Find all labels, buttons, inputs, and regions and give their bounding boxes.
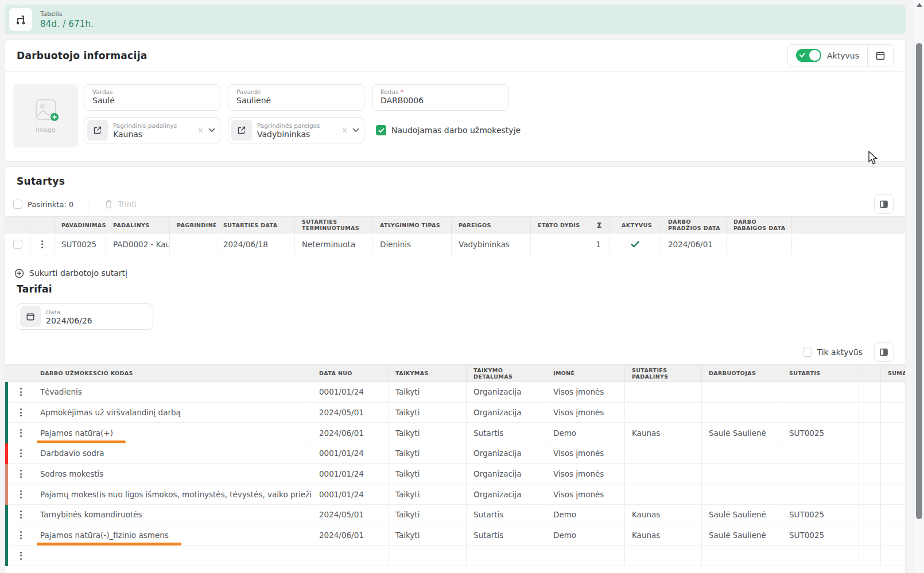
create-contract-link[interactable]: Sukurti darbotojo sutartį (14, 267, 894, 279)
employee-photo-upload[interactable]: Image (13, 84, 78, 147)
external-link-icon[interactable] (231, 120, 252, 141)
tariff-date-field[interactable]: Data 2024/06/26 (17, 303, 153, 330)
main-unit-select[interactable]: Pagrindinis padalinys Kaunas ✕ (84, 117, 220, 143)
tariff-row[interactable]: Pajamų mokestis nuo ligos išmokos, motin… (5, 484, 905, 505)
column-header[interactable]: DARBO PABAIGOS DATA (727, 217, 792, 233)
column-header[interactable]: DARBUOTOJAS (702, 365, 782, 381)
external-link-icon[interactable] (87, 120, 108, 141)
tariff-contract-unit (625, 382, 702, 402)
row-menu-icon[interactable] (18, 385, 24, 398)
tariff-row[interactable]: Sodros mokestis 0001/01/24 Taikyti Organ… (5, 464, 905, 485)
tariff-application: Taikyti (389, 382, 467, 402)
tariff-date-from: 0001/01/24 (312, 464, 389, 484)
contract-fte: 1 (531, 233, 609, 255)
tariff-contract (782, 382, 859, 402)
tariff-contract-unit: Kaunas (625, 505, 702, 525)
first-name-field[interactable]: Vardas Saulė (84, 84, 220, 111)
tariff-detail: Organizacija (467, 443, 546, 463)
row-menu-icon[interactable] (39, 238, 45, 251)
column-header[interactable]: DARBO PRADŽIOS DATA (661, 217, 727, 233)
column-header[interactable]: ATLYGINIMO TIPAS (373, 217, 452, 233)
toggle-switch[interactable] (796, 49, 821, 62)
payroll-checkbox-label: Naudojamas darbo užmokestyje (391, 126, 521, 135)
tariff-row[interactable]: Tėvadienis 0001/01/24 Taikyti Organizaci… (5, 382, 905, 403)
code-field[interactable]: Kodas * DARB0006 (372, 84, 508, 111)
column-settings-button[interactable] (874, 194, 894, 214)
column-header[interactable]: AKTYVUS (609, 217, 661, 233)
tariff-application: Taikyti (389, 423, 467, 443)
tariffs-controls: Tik aktyvūs (5, 342, 905, 362)
scroll-up-arrow-icon[interactable] (917, 3, 922, 7)
scrollbar[interactable] (914, 0, 924, 573)
columns-icon (879, 200, 888, 209)
tariff-row[interactable]: Apmokėjimas už viršvalandinį darbą 2024/… (5, 403, 905, 423)
tariff-application: Taikyti (389, 403, 467, 423)
main-position-label: Pagrindinės pareigos (257, 122, 339, 129)
column-header[interactable]: SUTARTIS (782, 365, 859, 381)
column-header[interactable]: PADALINYS (106, 217, 170, 233)
column-header[interactable]: ĮMONĖ (546, 365, 625, 381)
chevron-down-icon[interactable] (208, 128, 215, 132)
scrollbar-thumb[interactable] (916, 43, 922, 519)
contract-term-type: Neterminuota (295, 233, 373, 255)
checked-checkbox-icon[interactable] (376, 125, 386, 135)
tariff-row[interactable] (5, 546, 905, 567)
chevron-down-icon[interactable] (352, 128, 359, 132)
status-stripe (5, 525, 8, 545)
row-checkbox[interactable] (13, 240, 22, 249)
column-header[interactable]: TAIKYMO DETALUMAS (467, 365, 546, 381)
row-menu-icon[interactable] (18, 549, 24, 562)
tariff-contract-unit (625, 403, 702, 423)
timesheet-icon[interactable] (9, 8, 32, 31)
calendar-icon[interactable] (20, 306, 41, 327)
tariff-row[interactable]: Tarnybinės komandiruotės 2024/05/01 Taik… (5, 505, 905, 525)
row-menu-icon[interactable] (18, 406, 24, 419)
column-header[interactable]: PAVADINIMAS (55, 217, 106, 233)
row-menu-icon[interactable] (18, 508, 24, 521)
column-header[interactable]: SUTARTIES DATA (216, 217, 295, 233)
status-stripe (5, 443, 8, 463)
tariff-sum (881, 382, 905, 402)
row-menu-icon[interactable] (18, 447, 24, 459)
active-toggle[interactable]: Aktyvus (788, 49, 867, 62)
plus-circle-icon (14, 268, 24, 278)
row-menu-icon[interactable] (18, 427, 24, 439)
tariff-date-value: 2024/06/26 (46, 316, 148, 325)
tariff-row[interactable]: Darbdavio sodra 0001/01/24 Taikyti Organ… (5, 443, 905, 464)
column-header[interactable]: DARBO UŽMOKESČIO KODAS (37, 365, 312, 381)
contracts-section-title: Sutartys (5, 175, 905, 188)
tariff-code: Darbdavio sodra (40, 449, 104, 458)
row-menu-icon[interactable] (18, 488, 24, 501)
tariff-row[interactable]: Pajamos natūra(-)_fizinio asmens 2024/06… (5, 525, 905, 546)
last-name-field[interactable]: Pavardė Saulienė (228, 84, 364, 111)
column-header[interactable]: SUMA (881, 365, 905, 381)
employee-section-title: Darbuotojo informacija (17, 50, 147, 61)
clear-icon[interactable]: ✕ (339, 126, 350, 135)
select-all-checkbox[interactable] (13, 200, 22, 209)
divider (88, 196, 88, 213)
row-menu-icon[interactable] (18, 467, 24, 480)
main-unit-value: Kaunas (113, 130, 195, 139)
clear-icon[interactable]: ✕ (195, 126, 206, 135)
tariff-code: Apmokėjimas už viršvalandinį darbą (40, 408, 181, 417)
calendar-icon[interactable] (868, 44, 893, 67)
tariff-row[interactable]: Pajamos natūra(+) 2024/06/01 Taikyti Sut… (5, 423, 905, 443)
column-settings-button[interactable] (874, 342, 894, 362)
tariff-sum (881, 484, 905, 504)
column-header[interactable]: TAIKYMAS (389, 365, 467, 381)
column-header[interactable]: SUTARTIES PADALINYS (625, 365, 702, 381)
column-header[interactable]: PAREIGOS (452, 217, 531, 233)
contract-row[interactable]: SUT0025 PAD0002 - Kau 2024/06/18 Netermi… (5, 233, 905, 255)
column-header[interactable]: DATA NUO (312, 365, 389, 381)
only-active-checkbox-row[interactable]: Tik aktyvūs (803, 348, 863, 357)
only-active-checkbox[interactable] (803, 348, 812, 357)
payroll-checkbox-row[interactable]: Naudojamas darbo užmokestyje (372, 117, 521, 143)
sum-icon[interactable]: Σ (597, 222, 605, 228)
row-menu-icon[interactable] (18, 529, 24, 541)
tariff-contract-unit (625, 484, 702, 504)
column-header[interactable]: PAGRINDINĖ (170, 217, 216, 233)
column-header[interactable]: SUTARTIES TERMINUOTUMAS (295, 217, 373, 233)
main-position-select[interactable]: Pagrindinės pareigos Vadybininkas ✕ (228, 117, 364, 143)
column-header[interactable]: ETATO DYDISΣ (531, 217, 609, 233)
delete-button[interactable]: Trinti (104, 200, 137, 209)
